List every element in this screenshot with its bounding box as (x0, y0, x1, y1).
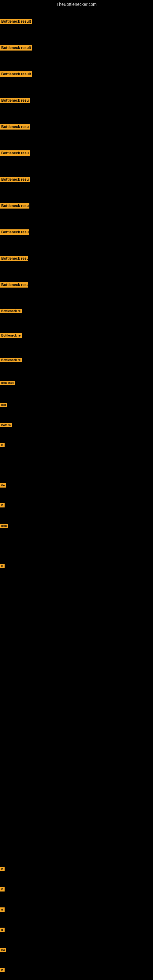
bottleneck-item: Bottlen (0, 422, 12, 429)
bottleneck-badge: Bottleneck resu (0, 177, 30, 182)
bottleneck-item: Bottleneck re (0, 356, 22, 364)
bottleneck-item: Bot (0, 401, 7, 409)
bottleneck-badge: B (0, 907, 5, 912)
bottleneck-badge: Bottleneck result (0, 19, 32, 24)
bottleneck-item: Bottleneck re (0, 307, 22, 315)
bottleneck-item: B (0, 967, 5, 973)
bottleneck-badge: Bottleneck resu (0, 150, 30, 156)
bottleneck-badge: Bottlen (0, 423, 12, 427)
bottleneck-item: B (0, 442, 5, 449)
bottleneck-item: Bottleneck resu (0, 96, 30, 105)
bottleneck-badge: Bottleneck resu (0, 256, 28, 261)
bottleneck-badge: Bottleneck resu (0, 124, 30, 130)
bottleneck-badge: Bottleneck result (0, 45, 32, 51)
bottleneck-badge: Bot (0, 403, 7, 407)
bottleneck-item: B (0, 927, 5, 933)
bottleneck-item: Bottleneck resu (0, 175, 30, 184)
bottleneck-item: Bo (0, 947, 6, 953)
bottleneck-item: B (0, 886, 5, 892)
bottleneck-item: Bottleneck result (0, 70, 32, 78)
bottleneck-badge: B (0, 968, 5, 972)
bottleneck-item: B (0, 563, 5, 569)
bottleneck-badge: B (0, 928, 5, 932)
bottleneck-item: Bottleneck resu (0, 123, 30, 131)
bottleneck-badge: B (0, 443, 5, 447)
bottleneck-item: Bottleneck re (0, 331, 22, 339)
bottleneck-badge: B (0, 503, 5, 508)
bottleneck-item: Bottleneck resu (0, 254, 28, 263)
bottleneck-item: Bottleneck resu (0, 202, 29, 210)
bottleneck-item: B (0, 866, 5, 872)
bottleneck-badge: Bott (0, 524, 8, 528)
bottleneck-badge: Bo (0, 948, 6, 952)
bottleneck-item: B (0, 907, 5, 913)
bottleneck-badge: Bottleneck re (0, 309, 22, 313)
bottleneck-badge: B (0, 564, 5, 568)
bottleneck-item: Bottleneck result (0, 43, 32, 52)
bottleneck-badge: Bottleneck re (0, 358, 22, 362)
bottleneck-item: Bott (0, 522, 8, 529)
site-title: TheBottlenecker.com (0, 0, 153, 9)
bottleneck-badge: Bottleneck resu (0, 98, 30, 103)
bottleneck-item: Bottlenec (0, 379, 15, 387)
bottleneck-badge: Bottleneck resu (0, 229, 29, 235)
bottleneck-item: Bottleneck resu (0, 149, 30, 158)
bottleneck-badge: Bottleneck result (0, 72, 32, 77)
bottleneck-item: Bottleneck resu (0, 228, 29, 236)
bottleneck-item: Bottleneck result (0, 17, 32, 26)
bottleneck-item: Bo (0, 482, 6, 489)
bottleneck-badge: Bottleneck resu (0, 282, 28, 288)
bottleneck-badge: Bottleneck re (0, 333, 22, 338)
bottleneck-item: Bottleneck resu (0, 280, 28, 289)
bottleneck-badge: Bottlenec (0, 381, 15, 385)
bottleneck-item: B (0, 502, 5, 508)
bottleneck-badge: Bo (0, 483, 6, 488)
bottleneck-badge: B (0, 867, 5, 871)
bottleneck-badge: Bottleneck resu (0, 203, 29, 208)
bottleneck-badge: B (0, 887, 5, 891)
